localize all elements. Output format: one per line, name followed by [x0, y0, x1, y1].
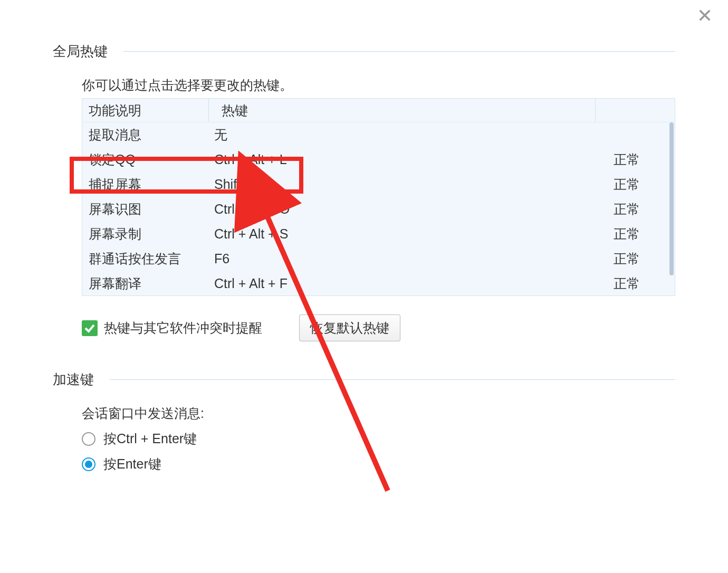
- table-row[interactable]: 锁定QQ Ctrl + Alt + L 正常: [82, 147, 675, 172]
- table-row[interactable]: 屏幕识图 Ctrl + Alt + O 正常: [82, 197, 675, 222]
- conflict-checkbox[interactable]: [82, 320, 98, 336]
- cell-status: 正常: [596, 225, 675, 243]
- table-row[interactable]: 群通话按住发言 F6 正常: [82, 246, 675, 271]
- cell-function: 群通话按住发言: [82, 250, 209, 268]
- conflict-label: 热键与其它软件冲突时提醒: [104, 319, 262, 337]
- cell-status: 正常: [596, 151, 675, 168]
- conflict-checkbox-row[interactable]: 热键与其它软件冲突时提醒: [82, 319, 262, 337]
- close-button[interactable]: [697, 8, 712, 23]
- send-message-title: 会话窗口中发送消息:: [82, 405, 675, 422]
- table-row[interactable]: 屏幕录制 Ctrl + Alt + S 正常: [82, 222, 675, 246]
- cell-hotkey: Ctrl + Alt + L: [209, 152, 596, 167]
- cell-status: 正常: [596, 250, 675, 268]
- divider: [123, 51, 675, 52]
- hotkey-table: 功能说明 热键 提取消息 无 锁定QQ Ctrl + Alt + L 正常 捕捉…: [82, 98, 675, 296]
- cell-status: 正常: [596, 275, 675, 292]
- divider: [110, 379, 675, 380]
- cell-status: 正常: [596, 200, 675, 218]
- scrollbar[interactable]: [668, 122, 675, 295]
- table-row[interactable]: 提取消息 无: [82, 122, 675, 147]
- header-hotkey: 热键: [209, 99, 596, 122]
- radio-label: 按Ctrl + Enter键: [103, 430, 197, 447]
- radio-button[interactable]: [82, 432, 95, 446]
- cell-hotkey: 无: [209, 126, 596, 144]
- cell-hotkey: Ctrl + Alt + S: [209, 226, 596, 242]
- close-icon: [697, 8, 712, 23]
- cell-function: 屏幕翻译: [82, 275, 209, 292]
- section-global-hotkey-header: 全局热键: [53, 42, 675, 61]
- section-accelerator-header: 加速键: [53, 370, 675, 389]
- cell-hotkey: Ctrl + Alt + F: [209, 276, 596, 291]
- radio-option-enter[interactable]: 按Enter键: [82, 455, 675, 473]
- cell-function: 屏幕识图: [82, 200, 209, 218]
- radio-option-ctrl-enter[interactable]: 按Ctrl + Enter键: [82, 430, 675, 447]
- restore-default-button[interactable]: 恢复默认热键: [299, 314, 400, 341]
- cell-function: 锁定QQ: [82, 151, 209, 168]
- table-row[interactable]: 捕捉屏幕 Shift + Z 正常: [82, 172, 675, 197]
- cell-function: 捕捉屏幕: [82, 176, 209, 193]
- cell-status: 正常: [596, 176, 675, 193]
- cell-function: 屏幕录制: [82, 225, 209, 243]
- check-icon: [83, 322, 96, 335]
- cell-hotkey: Shift + Z: [209, 177, 596, 192]
- cell-hotkey: F6: [209, 251, 596, 266]
- scroll-thumb[interactable]: [669, 122, 674, 275]
- section-title-accelerator: 加速键: [53, 370, 94, 389]
- table-header: 功能说明 热键: [82, 99, 675, 122]
- section-title-global-hotkey: 全局热键: [53, 42, 108, 61]
- table-row[interactable]: 屏幕翻译 Ctrl + Alt + F 正常: [82, 271, 675, 296]
- radio-button[interactable]: [82, 457, 95, 471]
- hotkey-intro: 你可以通过点击选择要更改的热键。: [82, 77, 675, 94]
- radio-label: 按Enter键: [103, 455, 161, 473]
- header-function: 功能说明: [82, 99, 209, 122]
- cell-hotkey: Ctrl + Alt + O: [209, 202, 596, 217]
- cell-function: 提取消息: [82, 126, 209, 144]
